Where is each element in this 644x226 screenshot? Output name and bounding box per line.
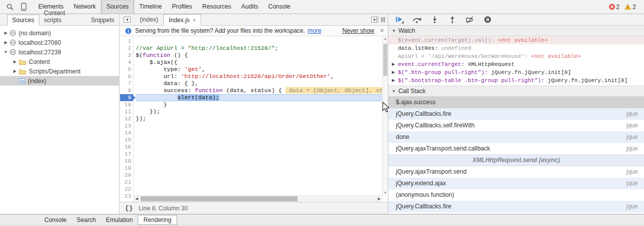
toolbar-tab-resources[interactable]: Resources bbox=[197, 0, 236, 14]
drawer-tab-emulation[interactable]: Emulation bbox=[101, 215, 138, 225]
watch-value: undefined bbox=[441, 45, 471, 51]
call-stack-frame[interactable]: jQuery.Callbacks.firejque bbox=[388, 201, 644, 212]
search-icon[interactable] bbox=[6, 3, 14, 11]
watch-list: $(event.currentTarget).val(): <not avail… bbox=[388, 36, 644, 86]
code-line: //var ApiUrl = "http://localhost:21528/"… bbox=[136, 45, 388, 52]
tree-item-index[interactable]: <>(index) bbox=[0, 76, 119, 86]
step-out-button[interactable] bbox=[447, 16, 457, 24]
scroll-right-icon[interactable]: ▶ bbox=[376, 196, 382, 202]
pause-on-exceptions-button[interactable] bbox=[483, 16, 493, 24]
watch-value: <not available> bbox=[531, 53, 581, 59]
call-stack-frame[interactable]: jQuery.ajaxTransport.send.callbackjque bbox=[388, 143, 644, 155]
svg-text:<>: <> bbox=[20, 79, 25, 83]
scroll-up-icon[interactable]: ▲ bbox=[383, 37, 388, 40]
tree-item-localhost-27239[interactable]: ▼localhost:27239 bbox=[0, 47, 119, 57]
collapse-triangle-icon: ▼ bbox=[392, 29, 396, 33]
frame-function-name: jQuery.ajaxTransport.send.callback bbox=[396, 145, 490, 152]
expand-triangle-icon[interactable]: ▶ bbox=[392, 60, 395, 68]
watch-row[interactable]: ▶$(".bootstrap-table .btn-group pull-rig… bbox=[388, 77, 644, 85]
folder-icon bbox=[19, 68, 26, 74]
error-badge[interactable]: 2 bbox=[609, 4, 620, 11]
expand-triangle-icon[interactable]: ▶ bbox=[392, 77, 395, 85]
nav-back-icon[interactable] bbox=[124, 17, 131, 23]
horizontal-scroll-thumb[interactable] bbox=[141, 196, 298, 201]
drawer-tab-search[interactable]: Search bbox=[72, 215, 101, 225]
editor-tab-index[interactable]: (index) bbox=[135, 14, 163, 25]
toolbar-tab-profiles[interactable]: Profiles bbox=[167, 0, 197, 14]
warning-badge[interactable]: 2 bbox=[624, 4, 636, 11]
deactivate-breakpoints-button[interactable] bbox=[465, 16, 475, 24]
line-number-gutter[interactable]: 1234567891011121314151617181920212223 bbox=[120, 36, 134, 202]
call-stack-frame[interactable]: jQuery.extend.ajaxjque bbox=[388, 178, 644, 189]
drawer-tab-console[interactable]: Console bbox=[39, 215, 72, 225]
line-number: 1 bbox=[120, 38, 133, 45]
toolbar-tab-audits[interactable]: Audits bbox=[236, 0, 263, 14]
code-line: }); bbox=[136, 108, 388, 115]
code-line: type: 'get', bbox=[136, 66, 388, 73]
tree-item-no-domain[interactable]: ▶(no domain) bbox=[0, 28, 119, 38]
call-stack-frame[interactable]: donejque bbox=[388, 131, 644, 143]
device-mode-icon[interactable] bbox=[20, 3, 27, 11]
step-into-button[interactable] bbox=[430, 16, 440, 24]
more-link[interactable]: more bbox=[308, 27, 321, 34]
more-tabs-icon[interactable] bbox=[381, 17, 385, 23]
code-line: alert(data); bbox=[136, 94, 388, 101]
warning-icon bbox=[624, 4, 631, 10]
folder-icon bbox=[19, 59, 26, 65]
tree-item-label: Scripts/Department bbox=[29, 68, 81, 75]
editor-horizontal-scrollbar[interactable]: ◀ ▶ bbox=[134, 195, 382, 202]
call-stack-list: $.ajax.successjQuery.Callbacks.firejquej… bbox=[388, 97, 644, 212]
call-stack-frame[interactable]: (anonymous function) bbox=[388, 189, 644, 201]
frame-file-label: jque bbox=[626, 120, 638, 131]
code-content[interactable]: //var ApiUrl = "http://localhost:21528/"… bbox=[134, 36, 388, 202]
code-line: $(function () { bbox=[136, 52, 388, 59]
watch-section-header[interactable]: ▼ Watch bbox=[388, 26, 644, 36]
toolbar-tab-sources[interactable]: Sources bbox=[101, 0, 134, 14]
never-show-link[interactable]: Never show bbox=[342, 27, 374, 34]
tree-item-localhost-27080[interactable]: ▶localhost:27080 bbox=[0, 38, 119, 47]
close-tab-icon[interactable]: × bbox=[193, 15, 196, 26]
file-icon: <> bbox=[19, 78, 25, 84]
sidebar-tab-sources[interactable]: Sources bbox=[7, 15, 39, 26]
watch-row[interactable]: data.lstRes: undefined bbox=[388, 44, 644, 52]
watch-row[interactable]: ▶$(".btn-group pull-right"): jQuery.fn.j… bbox=[388, 68, 644, 77]
frame-file-label: jque bbox=[626, 131, 638, 143]
watch-row[interactable]: ApiUrl + '/api/WareHouse/GetWareHouse': … bbox=[388, 52, 644, 60]
code-line bbox=[136, 136, 388, 143]
call-stack-frame[interactable]: jQuery.Callbacks.firejque bbox=[388, 108, 644, 120]
call-stack-frame[interactable]: jQuery.ajaxTransport.sendjque bbox=[388, 166, 644, 178]
pretty-print-icon[interactable]: { } bbox=[125, 205, 133, 212]
toolbar-tab-timeline[interactable]: Timeline bbox=[134, 0, 167, 14]
vertical-scroll-thumb[interactable] bbox=[383, 44, 387, 76]
editor-tab-index-js[interactable]: Index.js× bbox=[163, 14, 202, 26]
infobar-close-icon[interactable]: × bbox=[380, 27, 384, 34]
frame-file-label: jque bbox=[626, 166, 638, 178]
expand-triangle-icon[interactable]: ▶ bbox=[392, 68, 395, 77]
sidebar-tab-snippets[interactable]: Snippets bbox=[86, 15, 119, 25]
scroll-left-icon[interactable]: ◀ bbox=[134, 196, 140, 202]
toolbar-tab-console[interactable]: Console bbox=[263, 0, 296, 14]
call-stack-frame[interactable]: jQuery.Callbacks.self.fireWithjque bbox=[388, 120, 644, 131]
file-tree: ▶(no domain)▶localhost:27080▼localhost:2… bbox=[0, 26, 119, 86]
code-line bbox=[136, 186, 388, 193]
line-number: 15 bbox=[120, 136, 133, 143]
watch-row[interactable]: $(event.currentTarget).val(): <not avail… bbox=[388, 36, 644, 44]
nav-forward-icon[interactable] bbox=[371, 17, 378, 23]
editor-tab-label: (index) bbox=[140, 14, 158, 25]
sidebar-tab-content-scripts[interactable]: Content scripts bbox=[39, 8, 86, 25]
code-line: }); bbox=[136, 115, 388, 122]
tree-item-content[interactable]: ▶Content bbox=[0, 57, 119, 66]
drawer-tab-rendering[interactable]: Rendering bbox=[138, 215, 177, 225]
frame-function-name: done bbox=[396, 133, 409, 140]
debugger-panel: ▼ Watch $(event.currentTarget).val(): <n… bbox=[388, 14, 644, 214]
scroll-down-icon[interactable]: ▼ bbox=[383, 191, 388, 194]
call-stack-frame[interactable]: $.ajax.success bbox=[388, 97, 644, 108]
source-editor: (index)Index.js× Serving from the file s… bbox=[120, 14, 388, 214]
step-over-button[interactable] bbox=[412, 16, 422, 24]
resume-button[interactable] bbox=[394, 16, 404, 24]
watch-row[interactable]: ▶event.currentTarget: XMLHttpRequest bbox=[388, 60, 644, 68]
tree-item-scripts-department[interactable]: ▶Scripts/Department bbox=[0, 66, 119, 76]
frame-file-label: jque bbox=[626, 143, 638, 155]
editor-vertical-scrollbar[interactable]: ▲ ▼ bbox=[382, 36, 388, 195]
call-stack-section-header[interactable]: ▼ Call Stack bbox=[388, 86, 644, 97]
